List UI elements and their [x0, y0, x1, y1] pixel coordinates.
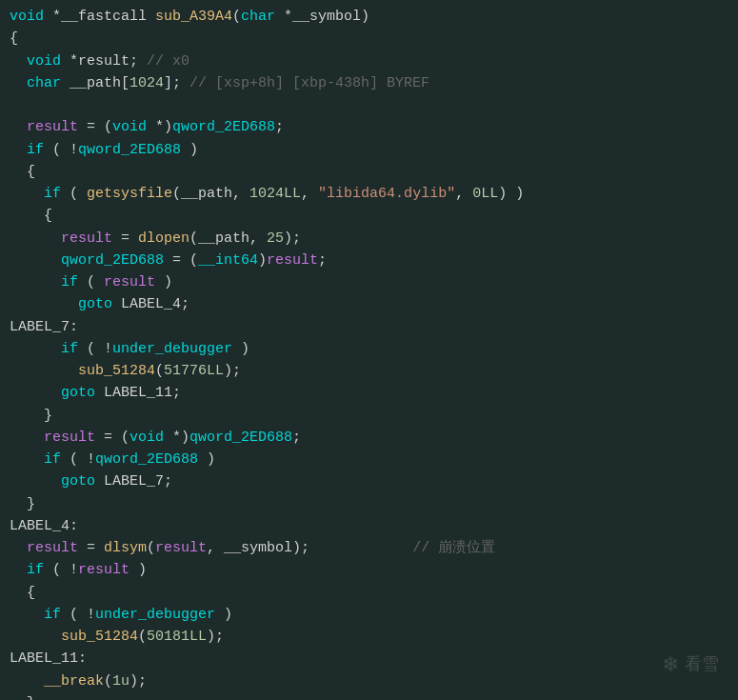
code-token: (	[138, 626, 147, 648]
code-line: void *__fastcall sub_A39A4(char *__symbo…	[0, 6, 738, 28]
code-token	[10, 72, 27, 94]
code-token	[10, 427, 44, 449]
code-token: {	[10, 161, 35, 183]
code-view: void *__fastcall sub_A39A4(char *__symbo…	[0, 0, 738, 700]
code-token: ( !	[44, 139, 78, 161]
code-token: __break	[44, 670, 104, 692]
code-line: {	[0, 161, 738, 183]
code-line: goto LABEL_4;	[0, 293, 738, 315]
snowflake-icon: ❄	[662, 649, 679, 681]
code-token: )	[130, 559, 147, 581]
code-token	[10, 338, 61, 360]
code-token: {	[10, 28, 18, 50]
code-token: ( !	[44, 559, 78, 581]
code-line: {	[0, 205, 738, 227]
code-token	[10, 271, 61, 293]
code-token: qword_2ED688	[189, 427, 292, 449]
code-token: char	[241, 6, 275, 28]
code-token: }	[10, 493, 35, 515]
code-lines: void *__fastcall sub_A39A4(char *__symbo…	[0, 6, 738, 700]
code-token: "libida64.dylib"	[318, 183, 455, 205]
code-token: *__symbol)	[275, 6, 369, 28]
code-token: (__path,	[189, 228, 267, 250]
code-token: goto	[78, 293, 112, 315]
code-token: )	[215, 604, 232, 626]
code-token: (	[232, 6, 241, 28]
code-token: void	[10, 6, 44, 28]
code-token: __path[	[61, 72, 130, 94]
code-token: LABEL_4;	[112, 293, 189, 315]
code-token: goto	[61, 382, 95, 404]
code-token: result	[44, 427, 95, 449]
code-token: ;	[275, 116, 284, 138]
code-line: if ( !under_debugger )	[0, 338, 738, 360]
code-token: if	[27, 139, 44, 161]
code-line: if ( getsysfile(__path, 1024LL, "libida6…	[0, 183, 738, 205]
code-token: *)	[147, 116, 172, 138]
code-token: (	[147, 537, 155, 559]
code-line: if ( result )	[0, 271, 738, 293]
code-line: qword_2ED688 = (__int64)result;	[0, 250, 738, 271]
code-token: LABEL_11:	[10, 648, 87, 670]
code-token: ,	[301, 183, 318, 205]
code-token: 25	[267, 228, 284, 250]
code-token	[10, 670, 44, 692]
code-line: result = (void *)qword_2ED688;	[0, 116, 738, 138]
code-line: LABEL_4:	[0, 515, 738, 537]
code-token: 1u	[112, 670, 130, 692]
code-token: )	[258, 250, 267, 271]
code-token: )	[198, 449, 215, 470]
code-line	[0, 94, 738, 116]
code-token	[10, 116, 27, 138]
code-line: result = dlsym(result, __symbol); // 崩溃位…	[0, 537, 738, 559]
code-token: 50181LL	[147, 626, 207, 648]
code-token: dlopen	[138, 228, 189, 250]
code-line: LABEL_7:	[0, 316, 738, 338]
code-line: sub_51284(51776LL);	[0, 360, 738, 382]
watermark: ❄ 看雪	[662, 649, 719, 681]
code-token: = (	[95, 427, 130, 449]
code-token: = (	[164, 250, 198, 271]
code-token: *result;	[61, 50, 147, 72]
code-line: sub_51284(50181LL);	[0, 626, 738, 648]
code-token	[10, 183, 44, 205]
code-token: = (	[78, 116, 112, 138]
code-line: LABEL_11:	[0, 648, 738, 670]
code-token: void	[112, 116, 147, 138]
code-token: (	[61, 183, 87, 205]
code-token	[309, 537, 412, 559]
code-token: ];	[164, 72, 189, 94]
code-token: );	[284, 228, 301, 250]
code-token	[10, 626, 61, 648]
code-token: ;	[292, 427, 301, 449]
code-token: {	[10, 582, 35, 604]
code-token: result	[61, 228, 112, 250]
code-token: );	[224, 360, 241, 382]
code-token: ;	[318, 250, 327, 271]
code-line: {	[0, 28, 738, 50]
code-token: ( !	[78, 338, 112, 360]
code-token: if	[44, 183, 61, 205]
watermark-text: 看雪	[685, 651, 719, 678]
code-token	[10, 537, 27, 559]
code-token: ) )	[498, 183, 524, 205]
code-line: }	[0, 405, 738, 427]
code-token: , __symbol);	[207, 537, 309, 559]
code-token	[10, 250, 61, 271]
code-token: 1024	[130, 72, 164, 94]
code-token: void	[27, 50, 61, 72]
code-line: goto LABEL_7;	[0, 470, 738, 492]
code-line: if ( !result )	[0, 559, 738, 581]
code-token	[10, 360, 78, 382]
code-token: LABEL_4:	[10, 515, 78, 537]
code-token: if	[61, 271, 78, 293]
code-token: if	[61, 338, 78, 360]
code-token: }	[10, 405, 52, 427]
code-token: );	[130, 670, 147, 692]
code-token: qword_2ED688	[172, 116, 275, 138]
code-token: sub_51284	[61, 626, 138, 648]
code-token: *__fastcall	[44, 6, 155, 28]
code-token: 1024LL	[249, 183, 301, 205]
code-token: result	[78, 559, 130, 581]
code-line: result = dlopen(__path, 25);	[0, 228, 738, 250]
